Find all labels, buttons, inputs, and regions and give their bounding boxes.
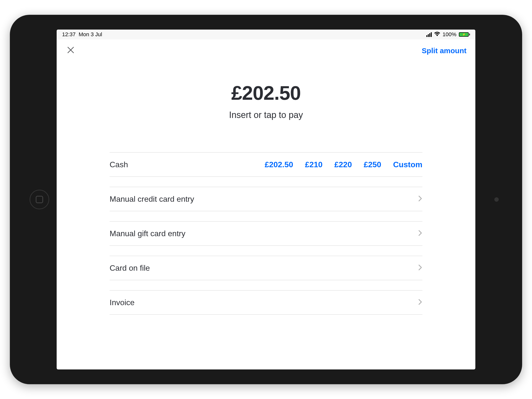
chevron-right-icon (418, 230, 422, 237)
battery-icon: ⚡ (459, 32, 470, 37)
cash-option-3[interactable]: £250 (364, 160, 381, 169)
home-button-icon (36, 196, 43, 203)
status-time-date: 12:37 Mon 3 Jul (62, 31, 102, 38)
chevron-right-icon (418, 299, 422, 306)
home-button[interactable] (30, 190, 49, 209)
nav-bar: Split amount (57, 39, 475, 62)
manual-gift-card-row[interactable]: Manual gift card entry (110, 221, 422, 246)
cash-label: Cash (110, 160, 128, 169)
close-icon[interactable] (66, 46, 75, 56)
battery-percent: 100% (443, 31, 456, 38)
invoice-row[interactable]: Invoice (110, 290, 422, 315)
cash-option-exact[interactable]: £202.50 (265, 160, 293, 169)
card-on-file-label: Card on file (110, 264, 150, 273)
payment-methods-list: Cash £202.50 £210 £220 £250 Custom Manua… (110, 152, 422, 325)
front-camera (494, 197, 499, 202)
status-bar: 12:37 Mon 3 Jul 100% ⚡ (57, 30, 475, 39)
wifi-icon (434, 31, 440, 38)
cash-amount-options: £202.50 £210 £220 £250 Custom (265, 160, 422, 169)
card-on-file-row[interactable]: Card on file (110, 256, 422, 280)
status-time: 12:37 (62, 31, 76, 37)
manual-cc-label: Manual credit card entry (110, 195, 194, 204)
invoice-label: Invoice (110, 298, 134, 307)
cash-option-2[interactable]: £220 (334, 160, 352, 169)
app-screen: 12:37 Mon 3 Jul 100% ⚡ (57, 30, 475, 369)
cash-option-1[interactable]: £210 (305, 160, 322, 169)
status-right: 100% ⚡ (426, 31, 470, 38)
tablet-frame: 12:37 Mon 3 Jul 100% ⚡ (10, 15, 522, 384)
manual-gift-label: Manual gift card entry (110, 229, 185, 238)
chevron-right-icon (418, 264, 422, 272)
manual-credit-card-row[interactable]: Manual credit card entry (110, 187, 422, 211)
status-date: Mon 3 Jul (79, 31, 102, 37)
pay-instruction: Insert or tap to pay (229, 110, 303, 120)
cellular-signal-icon (426, 32, 432, 37)
split-amount-button[interactable]: Split amount (422, 47, 466, 55)
chevron-right-icon (418, 195, 422, 203)
cash-option-custom[interactable]: Custom (393, 160, 422, 169)
content: £202.50 Insert or tap to pay Cash £202.5… (57, 62, 475, 369)
total-amount: £202.50 (231, 82, 301, 104)
cash-row: Cash £202.50 £210 £220 £250 Custom (110, 152, 422, 177)
